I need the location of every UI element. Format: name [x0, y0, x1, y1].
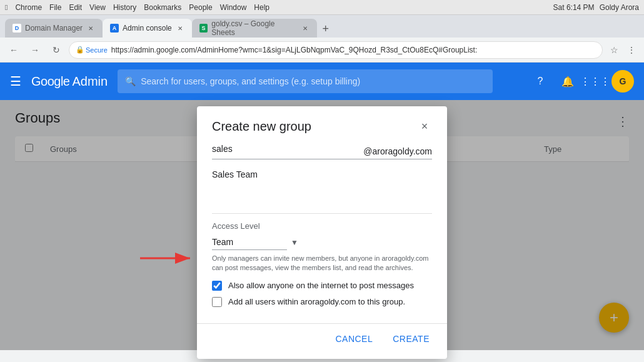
apps-icon[interactable]: ⋮⋮⋮ [584, 70, 606, 93]
description-text: Sales Team [212, 167, 432, 182]
tab-favicon-admin: A [110, 24, 119, 33]
help-menu[interactable]: Help [254, 3, 269, 12]
tab-close-admin[interactable]: ✕ [176, 24, 184, 33]
cancel-button[interactable]: CANCEL [328, 329, 380, 349]
address-bar-icons: ☆ ⋮ [606, 43, 639, 58]
url-bar[interactable]: 🔒 Secure https://admin.google.com/AdminH… [69, 41, 603, 59]
bookmark-icon[interactable]: ☆ [606, 43, 621, 58]
modal-header: Create new group × [197, 106, 447, 141]
access-description: Only managers can invite new members, bu… [212, 254, 432, 273]
lock-icon: 🔒 [76, 46, 84, 54]
access-level-select[interactable]: Team Public Restricted Custom [212, 234, 287, 250]
modal-title: Create new group [212, 119, 311, 134]
history-menu[interactable]: History [113, 3, 136, 12]
bookmarks-menu[interactable]: Bookmarks [144, 3, 181, 12]
domain-suffix: @aroragoldy.com [363, 146, 432, 156]
modal-overlay: Create new group × @aroragoldy.com Sales… [0, 100, 644, 350]
access-select-row: Team Public Restricted Custom ▼ [212, 234, 432, 250]
file-menu[interactable]: File [49, 3, 61, 12]
checkbox-add-users-label: Add all users within aroragoldy.com to t… [228, 297, 405, 306]
checkbox-internet-post-row: Also allow anyone on the internet to pos… [212, 281, 432, 291]
modal-footer: CANCEL CREATE [197, 323, 447, 359]
tab-google-sheets[interactable]: S goldy.csv – Google Sheets ✕ [192, 19, 317, 38]
help-icon[interactable]: ? [529, 70, 551, 93]
window-menu[interactable]: Window [220, 3, 247, 12]
view-menu[interactable]: View [89, 3, 106, 12]
search-icon: 🔍 [125, 76, 136, 86]
back-button[interactable]: ← [5, 41, 23, 59]
secure-badge: 🔒 Secure [76, 46, 108, 54]
modal-close-button[interactable]: × [417, 119, 432, 134]
refresh-button[interactable]: ↻ [48, 41, 65, 59]
secure-text: Secure [86, 46, 108, 54]
apple-icon[interactable]:  [5, 3, 8, 12]
main-content: ⋮ Groups Groups Type + [0, 100, 644, 350]
checkbox-add-users[interactable] [212, 297, 222, 307]
people-menu[interactable]: People [189, 3, 212, 12]
mac-bar-left:  Chrome File Edit View History Bookmark… [5, 3, 269, 12]
forward-button[interactable]: → [26, 41, 44, 59]
tab-admin-console[interactable]: A Admin console ✕ [103, 19, 192, 38]
mac-os-bar:  Chrome File Edit View History Bookmark… [0, 0, 644, 15]
admin-search-bar[interactable]: 🔍 Search for users, groups, and settings… [118, 69, 493, 93]
edit-menu[interactable]: Edit [69, 3, 82, 12]
admin-logo-text: Admin [73, 74, 108, 89]
hamburger-menu[interactable]: ☰ [10, 74, 21, 89]
header-icons: ? 🔔 ⋮⋮⋮ G [529, 70, 634, 93]
tab-label-admin: Admin console [123, 24, 172, 33]
google-logo-text: Google [31, 74, 70, 89]
create-button[interactable]: CREATE [385, 329, 437, 349]
user-display: Goldy Arora [600, 3, 639, 12]
tab-favicon-sheets: S [199, 24, 208, 33]
select-arrow-icon: ▼ [291, 238, 298, 247]
checkbox-add-users-row: Add all users within aroragoldy.com to t… [212, 297, 432, 307]
checkbox-internet-post[interactable] [212, 281, 222, 291]
admin-header: ☰ Google Admin 🔍 Search for users, group… [0, 63, 644, 100]
tab-label-dm: Domain Manager [25, 24, 83, 33]
more-options-icon[interactable]: ⋮ [624, 43, 639, 58]
checkbox-internet-post-label: Also allow anyone on the internet to pos… [228, 281, 414, 290]
notifications-icon[interactable]: 🔔 [556, 70, 579, 93]
group-name-input[interactable] [212, 141, 358, 156]
access-level-label: Access Level [212, 221, 432, 231]
google-admin-logo: Google Admin [31, 74, 108, 89]
tab-close-sheets[interactable]: ✕ [301, 24, 309, 33]
tab-favicon-dm: D [13, 24, 21, 33]
new-tab-button[interactable]: + [317, 20, 335, 38]
tab-domain-manager[interactable]: D Domain Manager ✕ [5, 19, 103, 38]
create-group-modal: Create new group × @aroragoldy.com Sales… [197, 106, 447, 359]
search-placeholder: Search for users, groups, and settings (… [141, 76, 360, 86]
address-bar: ← → ↻ 🔒 Secure https://admin.google.com/… [0, 38, 644, 63]
mac-bar-right: Sat 6:14 PM Goldy Arora [553, 3, 639, 12]
modal-body: @aroragoldy.com Sales Team Access Level … [197, 141, 447, 323]
description-line [212, 213, 432, 214]
red-arrow-indicator [140, 249, 196, 270]
chrome-menu[interactable]: Chrome [15, 3, 42, 12]
tab-label-sheets: goldy.csv – Google Sheets [211, 19, 297, 37]
url-text: https://admin.google.com/AdminHome?wmc=1… [111, 46, 477, 54]
user-avatar[interactable]: G [611, 70, 634, 93]
group-name-row: @aroragoldy.com [212, 141, 432, 159]
description-area: Sales Team [212, 167, 432, 214]
tab-close-dm[interactable]: ✕ [86, 24, 95, 33]
browser-tabs: D Domain Manager ✕ A Admin console ✕ S g… [0, 15, 644, 38]
time-display: Sat 6:14 PM [553, 3, 595, 12]
